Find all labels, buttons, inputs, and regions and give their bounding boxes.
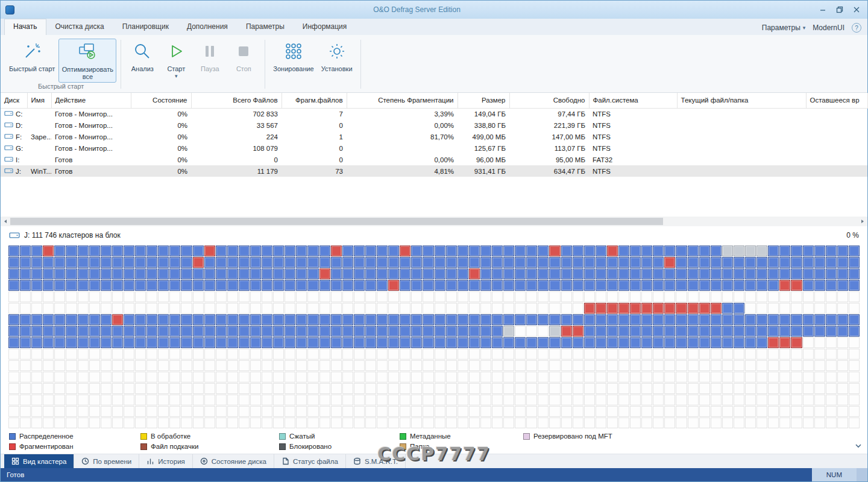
hscroll-thumb[interactable] [10,218,663,225]
ribbon-button-quick-start[interactable]: Быстрый старт [5,39,58,74]
cluster-block [515,349,526,360]
cluster-block [849,303,860,314]
maximize-button[interactable] [831,3,848,16]
cluster-block [89,314,100,325]
ribbon-button-pause[interactable]: Пауза [193,39,227,74]
cluster-block [768,280,779,291]
cluster-block [756,395,767,405]
column-header-disk[interactable]: Диск [1,93,27,108]
bottom-tab-file-status[interactable]: Статус файла [274,454,346,468]
column-header-action[interactable]: Действие [51,93,131,108]
table-row[interactable]: J:WinT...Готов0%11 179734,81%931,41 ГБ63… [1,165,867,177]
cluster-block [618,291,629,302]
bottom-tab-disk-state[interactable]: Состояние диска [193,454,274,468]
window-controls [814,3,865,16]
cluster-block [66,383,77,394]
column-header-current[interactable]: Текущий файл/папка [677,93,806,108]
column-header-free[interactable]: Свободно [509,93,589,108]
cluster-block [676,326,687,337]
ribbon-separator [265,40,265,89]
cluster-block [814,303,825,314]
cluster-block [849,280,860,291]
cluster-block [446,257,457,268]
cluster-block [101,268,112,279]
cluster-block [756,326,767,337]
cell-frag-files: 0 [281,142,347,154]
hscroll-track[interactable] [10,217,858,226]
cluster-block [169,349,180,360]
cluster-block [342,360,353,371]
cell-fs: NTFS [589,108,677,119]
disk-letter: I: [16,156,19,163]
minimize-button[interactable] [814,3,831,16]
column-header-total-files[interactable]: Всего Файлов [191,93,281,108]
table-row[interactable]: F:Заре...Готов - Монитор...0%224181,70%4… [1,131,867,142]
column-header-name[interactable]: Имя [27,93,51,108]
options-menu[interactable]: Параметры ▾ [762,24,806,32]
tab-start[interactable]: Начать [4,19,46,36]
modernui-toggle[interactable]: ModernUI [813,24,844,32]
cluster-block [365,326,376,337]
bottom-tab-history[interactable]: История [139,454,193,468]
cluster-block [388,246,399,256]
cluster-block [89,337,100,348]
close-button[interactable] [848,3,865,16]
ribbon-button-setup[interactable]: Установки [318,39,356,74]
cluster-block [435,314,445,325]
cluster-row [8,406,860,417]
tab-addons[interactable]: Дополнения [178,19,237,35]
column-header-frag-degree[interactable]: Степень Фрагментации [347,93,458,108]
cluster-block [803,349,814,360]
cluster-block [480,337,491,348]
column-header-frag-files[interactable]: Фрагм.файлов [281,93,347,108]
tab-disk-cleanup[interactable]: Очистка диска [46,19,113,35]
table-row[interactable]: D:Готов - Монитор...0%33 56700,00%338,80… [1,119,867,131]
cluster-block [307,280,318,291]
cluster-block [319,406,330,417]
scroll-down-button[interactable] [854,440,863,451]
cluster-block [768,360,779,371]
ribbon-button-zoning[interactable]: Зонирование [269,39,317,74]
column-header-state[interactable]: Состояние [131,93,191,108]
ribbon-button-label: Оптимизировать все [62,66,113,81]
ribbon-button-stop[interactable]: Стоп [227,39,260,74]
ribbon-button-analyze[interactable]: Анализ [125,39,159,74]
bottom-tab-smart[interactable]: S.M.A.R.T. [346,454,406,468]
table-row[interactable]: I:Готов0%000,00%96,00 МБ95,00 МБFAT32 [1,154,867,165]
cluster-block [722,314,733,325]
column-header-size[interactable]: Размер [458,93,509,108]
cluster-block [101,337,112,348]
cluster-block [768,395,779,405]
tab-settings[interactable]: Параметры [237,19,294,35]
cluster-block [181,406,192,417]
cluster-block [630,406,641,417]
cluster-block [756,372,767,382]
help-button[interactable]: ? [852,23,861,33]
cluster-block [469,326,480,337]
table-row[interactable]: C:Готов - Монитор...0%702 83373,39%149,0… [1,108,867,119]
allocated-swatch [9,433,16,440]
cluster-block [435,291,445,302]
table-row[interactable]: G:Готов - Монитор...0%108 0790125,67 ГБ1… [1,142,867,154]
cluster-block [158,372,169,382]
cluster-block [354,246,365,256]
ribbon-group-label-1 [123,83,263,92]
hscroll-right-arrow[interactable] [858,217,867,226]
tab-scheduler[interactable]: Планировщик [113,19,178,35]
ribbon-button-optimize-all[interactable]: Оптимизировать все [58,39,116,83]
cluster-block [8,372,19,382]
cluster-block [112,383,123,394]
tab-info[interactable]: Информация [294,19,356,35]
ribbon-button-start[interactable]: Старт▾ [159,39,193,81]
hscroll-left-arrow[interactable] [1,217,10,226]
cluster-block [768,291,779,302]
bottom-tab-by-time[interactable]: По времени [74,454,139,468]
column-header-remaining[interactable]: Оставшееся вр [806,93,867,108]
cluster-block [446,417,457,428]
cluster-block [849,372,860,382]
bottom-tab-cluster-view[interactable]: Вид кластера [4,454,74,468]
cluster-block [307,337,318,348]
column-header-fs[interactable]: Файл.система [589,93,677,108]
cluster-block [791,268,802,279]
cluster-block [31,303,42,314]
